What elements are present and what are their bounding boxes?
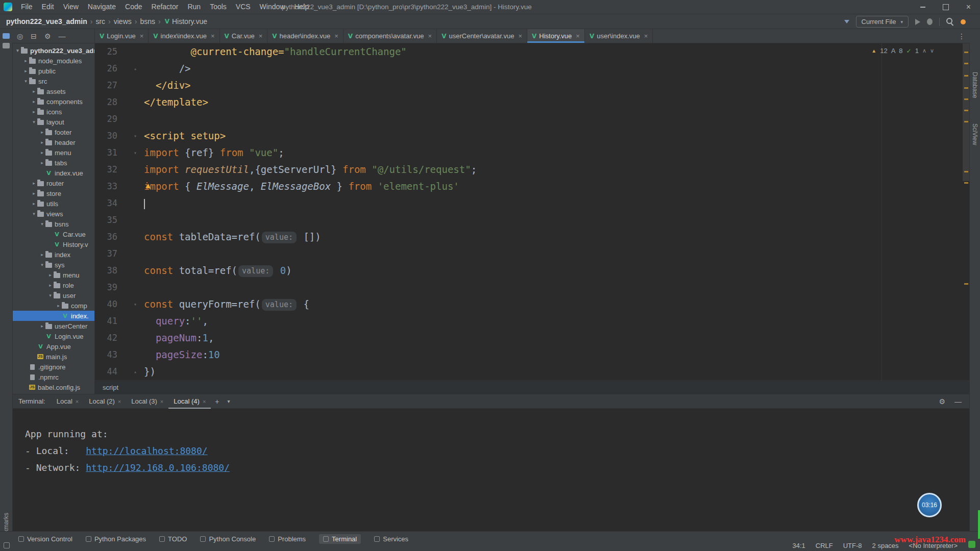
tree-item-index[interactable]: ▸index xyxy=(12,249,94,260)
status-file-encoding[interactable]: UTF-8 xyxy=(843,542,862,549)
notification-dot-icon[interactable] xyxy=(961,19,966,24)
menu-tools[interactable]: Tools xyxy=(205,0,231,14)
vcs-update-icon[interactable] xyxy=(844,20,849,23)
more-options-icon[interactable]: ⋮ xyxy=(953,29,970,43)
maximize-icon[interactable] xyxy=(934,0,957,14)
locate-icon[interactable]: ◎ xyxy=(17,29,23,43)
tree-item-gitignore[interactable]: .gitignore xyxy=(12,362,94,372)
menu-view[interactable]: View xyxy=(59,0,83,14)
tab-history-vue[interactable]: VHistory.vue× xyxy=(527,29,585,43)
tree-item-comp[interactable]: ▸comp xyxy=(12,300,94,311)
tree-item-car-vue[interactable]: VCar.vue xyxy=(12,229,94,239)
close-icon[interactable]: × xyxy=(160,398,163,405)
close-icon[interactable]: × xyxy=(203,398,206,405)
chevron-icon[interactable]: ▸ xyxy=(31,89,37,94)
tree-item-assets[interactable]: ▸assets xyxy=(12,86,94,96)
tree-item-menu[interactable]: ▸menu xyxy=(12,147,94,158)
tree-item-app-vue[interactable]: VApp.vue xyxy=(12,341,94,352)
close-icon[interactable]: × xyxy=(644,32,648,40)
minimize-icon[interactable] xyxy=(911,0,934,14)
fold-icon[interactable]: ▴ xyxy=(117,60,144,77)
debug-icon[interactable] xyxy=(927,18,933,25)
gear-icon[interactable]: ⚙ xyxy=(939,397,945,406)
tree-item-icons[interactable]: ▸icons xyxy=(12,107,94,117)
tab-header-index-vue[interactable]: Vheader\index.vue× xyxy=(267,29,344,43)
chevron-icon[interactable]: ▾ xyxy=(39,262,45,267)
tree-item-router[interactable]: ▸router xyxy=(12,178,94,188)
chevron-icon[interactable]: ▸ xyxy=(22,58,29,63)
chevron-icon[interactable]: ▸ xyxy=(55,303,62,308)
breadcrumb-script[interactable]: script xyxy=(103,384,118,391)
tab-components-avatar-vue[interactable]: Vcomponents\avatar.vue× xyxy=(344,29,437,43)
tree-item-user[interactable]: ▾user xyxy=(12,290,94,300)
hide-panel-icon[interactable]: — xyxy=(59,29,66,43)
chevron-icon[interactable]: ▸ xyxy=(47,283,54,288)
chevron-icon[interactable]: ▾ xyxy=(14,48,21,53)
terminal-tab-local-4[interactable]: Local (4)× xyxy=(168,394,211,409)
close-icon[interactable]: × xyxy=(76,398,79,405)
close-icon[interactable]: × xyxy=(334,32,338,40)
tree-item-history-v[interactable]: VHistory.v xyxy=(12,239,94,249)
menu-refactor[interactable]: Refactor xyxy=(147,0,183,14)
status-item-version-control[interactable]: Version Control xyxy=(18,534,72,544)
terminal-output[interactable]: App running at:- Local: http://localhost… xyxy=(12,409,970,476)
close-icon[interactable]: × xyxy=(211,32,215,40)
run-config-dropdown[interactable]: Current File ▾ xyxy=(856,16,909,28)
chevron-icon[interactable]: ▸ xyxy=(31,191,37,196)
chevron-icon[interactable]: ▾ xyxy=(31,119,37,124)
tab-index-index-vue[interactable]: Vindex\index.vue× xyxy=(149,29,219,43)
tree-item-node-modules[interactable]: ▸node_modules xyxy=(12,56,94,66)
close-icon[interactable]: × xyxy=(118,398,121,405)
tree-item-header[interactable]: ▸header xyxy=(12,137,94,147)
tree-item-src[interactable]: ▾src xyxy=(12,76,94,86)
breadcrumb-item-bsns[interactable]: bsns xyxy=(139,17,156,26)
status-item-problems[interactable]: Problems xyxy=(269,534,306,544)
fold-icon[interactable]: ▴ xyxy=(117,363,144,380)
tree-item-layout[interactable]: ▾layout xyxy=(12,117,94,127)
run-icon[interactable] xyxy=(915,19,920,25)
tree-item-login-vue[interactable]: VLogin.vue xyxy=(12,331,94,341)
status-item-services[interactable]: Services xyxy=(374,534,408,544)
inspections-widget[interactable]: ▲ 12 A 8 ✓ 1 ∧ ∨ xyxy=(871,47,934,55)
tree-item-utils[interactable]: ▸utils xyxy=(12,198,94,209)
chevron-icon[interactable]: ▸ xyxy=(22,68,29,73)
tree-item-usercenter[interactable]: ▸userCenter xyxy=(12,321,94,331)
error-stripe[interactable] xyxy=(963,43,970,380)
tree-item-babel-config-js[interactable]: JSbabel.config.js xyxy=(12,382,94,392)
tool-window-switcher-icon[interactable] xyxy=(4,542,10,548)
chevron-icon[interactable]: ▸ xyxy=(39,252,45,257)
tree-item-public[interactable]: ▸public xyxy=(12,66,94,76)
chevron-icon[interactable]: ▸ xyxy=(39,323,45,329)
terminal-link[interactable]: http://192.168.0.106:8080/ xyxy=(86,462,230,473)
fold-icon[interactable]: ▾ xyxy=(117,128,144,144)
tree-item-main-js[interactable]: JSmain.js xyxy=(12,352,94,362)
collapse-all-icon[interactable]: ⊟ xyxy=(31,29,37,43)
terminal-link[interactable]: http://localhost:8080/ xyxy=(86,445,207,456)
tree-item-views[interactable]: ▾views xyxy=(12,209,94,219)
chevron-icon[interactable]: ▸ xyxy=(39,160,45,165)
status-line-ending[interactable]: CRLF xyxy=(816,542,833,549)
tree-item-tabs[interactable]: ▸tabs xyxy=(12,158,94,168)
tree-item-npmrc[interactable]: .npmrc xyxy=(12,372,94,382)
tree-item-index[interactable]: Vindex. xyxy=(12,311,94,321)
tree-item-menu[interactable]: ▸menu xyxy=(12,270,94,280)
status-caret-position[interactable]: 34:1 xyxy=(792,542,805,549)
menu-code[interactable]: Code xyxy=(120,0,146,14)
menu-edit[interactable]: Edit xyxy=(37,0,59,14)
chevron-icon[interactable]: ▸ xyxy=(31,201,37,206)
terminal-tab-local[interactable]: Local× xyxy=(52,394,84,409)
chevron-icon[interactable]: ▸ xyxy=(39,150,45,155)
close-icon[interactable]: × xyxy=(428,32,432,40)
next-issue-icon[interactable]: ∨ xyxy=(930,47,934,54)
project-tool-icon[interactable] xyxy=(3,33,10,39)
tree-item-bsns[interactable]: ▾bsns xyxy=(12,219,94,229)
plus-icon[interactable]: + xyxy=(211,397,223,406)
chevron-icon[interactable]: ▸ xyxy=(31,109,37,114)
tree-item-python222-vue3-adm[interactable]: ▾python222_vue3_adm xyxy=(12,45,94,56)
tab-usercenter-avatar-vue[interactable]: VuserCenter\avatar.vue× xyxy=(437,29,527,43)
menu-run[interactable]: Run xyxy=(183,0,205,14)
breadcrumb-item-history-vue[interactable]: History.vue xyxy=(171,17,208,26)
tab-car-vue[interactable]: VCar.vue× xyxy=(220,29,268,43)
menu-navigate[interactable]: Navigate xyxy=(83,0,120,14)
chevron-icon[interactable]: ▸ xyxy=(31,181,37,186)
